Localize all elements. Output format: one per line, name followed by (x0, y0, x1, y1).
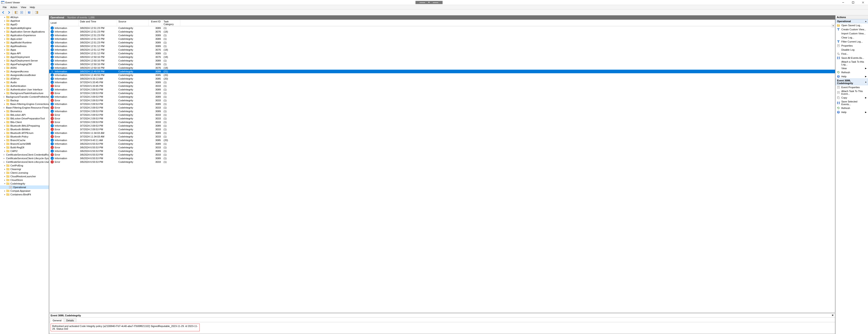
navigation-tree[interactable]: ▸AllJoyn▸AppHost▸AppID▸ApplicabilityEngi… (0, 16, 49, 334)
expand-icon[interactable]: ▸ (4, 128, 6, 131)
tab-general[interactable]: General (50, 318, 64, 322)
table-row[interactable]: Information3/6/2024 6:55:53 PMCodeIntegr… (49, 142, 835, 146)
expand-icon[interactable]: ▸ (4, 59, 6, 62)
menu-view[interactable]: View (19, 5, 28, 9)
tree-item[interactable]: ▸BackgroundTransfer-ContentPrefetcher (0, 95, 49, 99)
show-hide-tree-button[interactable] (14, 10, 19, 15)
actions-section-operational[interactable]: Operational▴ (835, 19, 868, 23)
forward-button[interactable] (6, 10, 11, 15)
table-row[interactable]: Information3/8/2024 12:51:23 PMCodeInteg… (49, 33, 835, 37)
table-row[interactable]: Information3/8/2024 12:50:16 PMCodeInteg… (49, 55, 835, 59)
table-row[interactable]: Information3/7/2024 2:09:53 PMCodeIntegr… (49, 102, 835, 106)
table-row[interactable]: Information3/8/2024 12:51:23 PMCodeInteg… (49, 26, 835, 30)
tree-item[interactable]: ▸Containers-BindFlt (0, 193, 49, 196)
properties-button[interactable] (19, 10, 24, 15)
tree-item[interactable]: ▸CloudStore (0, 178, 49, 182)
expand-icon[interactable]: ▸ (4, 20, 6, 22)
tree-item[interactable]: ▸BitLocker-DrivePreparationTool (0, 117, 49, 120)
action-item[interactable]: ?Help▶ (835, 110, 868, 114)
action-item[interactable]: Disable Log (835, 48, 868, 52)
expand-icon[interactable]: ▸ (4, 52, 6, 55)
expand-icon[interactable]: ▸ (4, 114, 6, 116)
tree-item[interactable]: ▾CodeIntegrity (0, 182, 49, 186)
expand-icon[interactable]: ▸ (4, 85, 6, 87)
event-grid[interactable]: Level Date and Time Source Event ID Task… (49, 20, 835, 313)
tree-item[interactable]: ▸CertificateServicesClient-Lifecycle-Use… (0, 160, 49, 164)
tree-item[interactable]: ▸Base-Filtering-Engine-Resource-Flows (0, 106, 49, 109)
collapse-icon[interactable]: ▾ (4, 183, 6, 185)
table-row[interactable]: Information3/8/2024 12:51:12 PMCodeInteg… (49, 48, 835, 52)
table-row[interactable]: Error3/7/2024 2:09:53 PMCodeIntegrity303… (49, 99, 835, 102)
tree-item[interactable]: ▸Cleanmgr (0, 167, 49, 171)
action-item[interactable]: Attach a Task To this Log... (835, 60, 868, 66)
help-button[interactable]: ? (27, 10, 32, 15)
expand-icon[interactable]: ▸ (4, 164, 6, 167)
expand-icon[interactable]: ▸ (4, 175, 6, 177)
table-row[interactable]: Error3/7/2024 2:09:53 PMCodeIntegrity303… (49, 117, 835, 120)
table-row[interactable]: Error3/7/2024 2:09:53 PMCodeIntegrity303… (49, 106, 835, 109)
tree-item[interactable]: ▸Application-Experience (0, 33, 49, 37)
action-item[interactable]: Open Saved Log... (835, 23, 868, 27)
table-row[interactable]: Information3/6/2024 6:55:53 PMCodeIntegr… (49, 149, 835, 153)
expand-icon[interactable]: ▸ (4, 23, 6, 26)
expand-icon[interactable]: ▸ (4, 154, 5, 156)
action-item[interactable]: Filter Current Log... (835, 39, 868, 44)
table-row[interactable]: Information3/6/2024 6:55:53 PMCodeIntegr… (49, 157, 835, 160)
tree-item[interactable]: ▸Build-RegDll (0, 146, 49, 149)
tree-item[interactable]: ▸Audio (0, 81, 49, 84)
action-item[interactable]: Save Selected Events... (835, 100, 868, 106)
table-row[interactable]: Information3/8/2024 12:49:59 PMCodeInteg… (49, 73, 835, 77)
tree-item[interactable]: ▸Bits-Client (0, 120, 49, 124)
tree-item[interactable]: ▸AppID (0, 23, 49, 26)
expand-icon[interactable]: ▸ (4, 143, 6, 145)
table-row[interactable]: Error3/7/2024 11:34:03 AMCodeIntegrity30… (49, 135, 835, 138)
action-item[interactable]: Event Properties (835, 85, 868, 89)
table-row[interactable]: Information3/8/2024 12:51:23 PMCodeInteg… (49, 37, 835, 41)
tree-item[interactable]: ▸Authentication (0, 84, 49, 88)
table-row[interactable]: Information3/7/2024 5:33:45 PMCodeIntegr… (49, 81, 835, 84)
table-row[interactable]: Information3/7/2024 2:09:53 PMCodeIntegr… (49, 95, 835, 99)
tree-item[interactable]: ▸ASN1 (0, 66, 49, 69)
tree-item[interactable]: ▸BranchCache (0, 138, 49, 142)
tree-item[interactable]: ▸Biometrics (0, 109, 49, 113)
expand-icon[interactable]: ▸ (4, 16, 6, 18)
tree-item[interactable]: ▸BitLocker-API (0, 113, 49, 117)
maximize-button[interactable] (848, 0, 858, 5)
table-row[interactable]: Error3/7/2024 2:09:53 PMCodeIntegrity303… (49, 91, 835, 95)
expand-icon[interactable]: ▸ (4, 132, 6, 134)
expand-icon[interactable]: ▸ (4, 157, 5, 160)
action-item[interactable]: Refresh (835, 70, 868, 75)
action-item[interactable]: ?Help▶ (835, 75, 868, 79)
table-row[interactable]: Information3/8/2024 12:50:16 PMCodeInteg… (49, 59, 835, 62)
back-button[interactable] (1, 10, 6, 15)
menu-file[interactable]: File (1, 5, 8, 9)
col-source-header[interactable]: Source (117, 20, 149, 26)
tree-item[interactable]: ▸CAPI2 (0, 149, 49, 153)
expand-icon[interactable]: ▸ (4, 135, 6, 138)
table-row[interactable]: Information3/8/2024 12:51:12 PMCodeInteg… (49, 44, 835, 48)
action-item[interactable]: Properties (835, 44, 868, 48)
tree-item[interactable]: ▸CertificateServicesClient-Lifecycle-Sys… (0, 157, 49, 160)
expand-icon[interactable]: ▸ (4, 117, 6, 120)
expand-icon[interactable]: ▸ (4, 179, 6, 181)
expand-icon[interactable]: ▸ (4, 92, 6, 94)
expand-icon[interactable]: ▸ (4, 124, 6, 127)
expand-icon[interactable]: ▸ (4, 63, 6, 65)
expand-icon[interactable]: ▸ (4, 67, 6, 69)
tree-item[interactable]: ▸Bluetooth-BthLEPrepairing (0, 124, 49, 128)
tree-item[interactable]: ▸AppXDeployment (0, 55, 49, 59)
table-row[interactable]: Information3/8/2024 9:33:13 AMCodeIntegr… (49, 77, 835, 81)
tree-item[interactable]: ▸AppHost (0, 19, 49, 23)
col-level-header[interactable]: Level (49, 20, 79, 26)
tree-item[interactable]: ▸AppModel-Runtime (0, 41, 49, 44)
expand-icon[interactable]: ▸ (4, 150, 6, 152)
detail-close-button[interactable]: ✕ (832, 314, 834, 317)
expand-icon[interactable]: ▸ (4, 193, 6, 196)
expand-icon[interactable]: ▸ (4, 74, 6, 76)
expand-icon[interactable]: ▸ (4, 110, 6, 112)
expand-icon[interactable]: ▸ (4, 99, 6, 102)
tree-item[interactable]: ▸CertPolEng (0, 164, 49, 167)
col-date-header[interactable]: Date and Time (79, 20, 117, 26)
expand-icon[interactable]: ▸ (4, 121, 6, 123)
table-row[interactable]: Error3/6/2024 6:55:53 PMCodeIntegrity303… (49, 153, 835, 157)
